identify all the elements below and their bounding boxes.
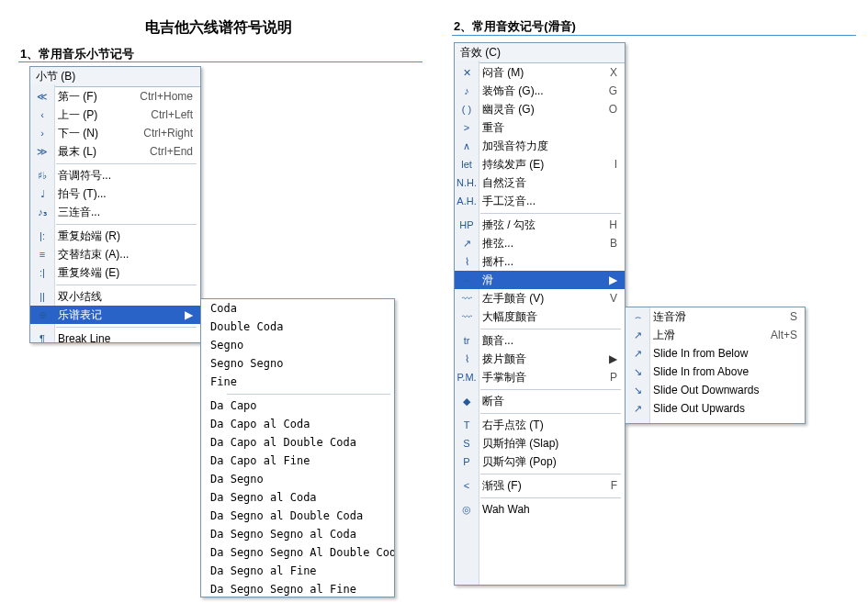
menu-item[interactable]: Segno xyxy=(201,336,394,354)
menu-item-label: 大幅度颤音 xyxy=(482,309,617,325)
menu-item-label: 幽灵音 (G) xyxy=(482,102,598,117)
menu-item[interactable]: tr颤音... xyxy=(455,331,625,350)
menu-item[interactable]: :|重复终端 (E) xyxy=(30,263,200,282)
menu-item[interactable]: S贝斯拍弹 (Slap) xyxy=(455,434,625,452)
menu-item[interactable]: ≫最末 (L)Ctrl+End xyxy=(30,142,200,161)
menu-item[interactable]: ♩拍号 (T)... xyxy=(30,184,200,203)
section2-underline xyxy=(452,35,856,36)
menu-item[interactable]: |:重复始端 (R) xyxy=(30,227,200,245)
menu-fx-title[interactable]: 音效 (C) xyxy=(455,43,625,63)
menu-item-label: 滑 xyxy=(482,273,602,288)
menu-item[interactable]: ◆断音 xyxy=(455,392,625,410)
menu-item[interactable]: ||双小结线 xyxy=(30,287,200,306)
submenu-slide[interactable]: ⌢连音滑S↗上滑Alt+S↗Slide In from Below↘Slide … xyxy=(625,307,806,424)
menu-item[interactable]: ≡交替结束 (A)... xyxy=(30,245,200,263)
menu-item-label: 贝斯拍弹 (Slap) xyxy=(482,436,617,452)
menu-item[interactable]: ¶Break Line xyxy=(30,329,200,343)
menu-item-label: 重复始端 (R) xyxy=(58,229,193,244)
menu-item-icon: ≫ xyxy=(34,144,51,159)
menu-item[interactable]: Da Segno al Fine xyxy=(201,562,394,580)
section1-underline xyxy=(18,61,423,62)
menu-fx[interactable]: 音效 (C) ✕闷音 (M)X♪装饰音 (G)...G( )幽灵音 (G)O>重… xyxy=(454,42,626,586)
menu-item-label: Da Capo al Double Coda xyxy=(210,436,387,449)
menu-item-shortcut: Ctrl+Right xyxy=(132,127,193,140)
menu-item-icon: let xyxy=(458,157,475,172)
menu-item-label: 自然泛音 xyxy=(482,175,617,191)
menu-item[interactable]: ✕闷音 (M)X xyxy=(455,63,625,82)
menu-item-shortcut: S xyxy=(779,310,797,323)
menu-item[interactable]: ♪装饰音 (G)...G xyxy=(455,82,625,100)
menu-item-shortcut: G xyxy=(598,84,617,97)
menu-item[interactable]: P贝斯勾弹 (Pop) xyxy=(455,452,625,471)
menu-item[interactable]: Da Capo al Double Coda xyxy=(201,433,394,452)
menu-bar-title[interactable]: 小节 (B) xyxy=(30,67,200,87)
menu-item[interactable]: ↗推弦...B xyxy=(455,234,625,252)
menu-item-icon: ♪₃ xyxy=(34,205,51,219)
menu-item[interactable]: A.H.手工泛音... xyxy=(455,192,625,210)
menu-item[interactable]: ◎Wah Wah xyxy=(455,500,625,519)
menu-item[interactable]: ›下一 (N)Ctrl+Right xyxy=(30,124,200,142)
menu-item-label: 闷音 (M) xyxy=(482,65,599,81)
submenu-score[interactable]: CodaDouble CodaSegnoSegno SegnoFineDa Ca… xyxy=(200,298,395,597)
menu-item[interactable]: ♯♭音调符号... xyxy=(30,166,200,184)
menu-item[interactable]: Fine xyxy=(201,373,394,391)
menu-item-shortcut: V xyxy=(599,292,617,305)
menu-item[interactable]: 〰大幅度颤音 xyxy=(455,307,625,326)
menu-item[interactable]: ↗Slide In from Below xyxy=(626,344,805,363)
menu-item[interactable]: ↘Slide In from Above xyxy=(626,363,805,381)
menu-item-shortcut: Ctrl+Left xyxy=(140,108,193,121)
menu-item[interactable]: HP捶弦 / 勾弦H xyxy=(455,216,625,234)
menu-item[interactable]: Coda xyxy=(201,299,394,318)
menu-item[interactable]: Da Segno Segno Al Double Coda xyxy=(201,543,394,562)
menu-item[interactable]: Da Segno Segno al Fine xyxy=(201,580,394,597)
menu-item[interactable]: ⌇拨片颤音▶ xyxy=(455,350,625,368)
menu-item-icon: ⌇ xyxy=(458,352,475,366)
menu-item[interactable]: <渐强 (F)F xyxy=(455,476,625,495)
menu-item[interactable]: Da Segno xyxy=(201,470,394,488)
menu-item[interactable]: ∧加强音符力度 xyxy=(455,137,625,155)
menu-item-icon: |: xyxy=(34,229,51,243)
menu-item[interactable]: P.M.手掌制音P xyxy=(455,368,625,386)
menu-item[interactable]: ‹上一 (P)Ctrl+Left xyxy=(30,106,200,124)
menu-item[interactable]: ↘Slide Out Downwards xyxy=(626,381,805,399)
menu-item-icon: :| xyxy=(34,265,51,280)
menu-item-icon: ∧ xyxy=(458,139,475,153)
menu-item-icon: ♩ xyxy=(34,186,51,201)
menu-item[interactable]: ⌢连音滑S xyxy=(626,307,805,326)
menu-item[interactable]: ≪第一 (F)Ctrl+Home xyxy=(30,87,200,106)
menu-item-icon: ↗ xyxy=(629,328,646,342)
menu-item[interactable]: T右手点弦 (T) xyxy=(455,416,625,434)
menu-item[interactable]: Da Segno Segno al Coda xyxy=(201,525,394,543)
section2-heading: 2、常用音效记号(滑音) xyxy=(454,18,576,35)
menu-item-label: Da Segno Segno al Fine xyxy=(210,583,387,596)
menu-item[interactable]: Segno Segno xyxy=(201,354,394,373)
menu-item[interactable]: Da Capo xyxy=(201,396,394,415)
menu-item-label: 上一 (P) xyxy=(58,107,140,123)
menu-item-label: Wah Wah xyxy=(482,503,617,516)
menu-item[interactable]: N.H.自然泛音 xyxy=(455,173,625,192)
menu-item[interactable]: ( )幽灵音 (G)O xyxy=(455,100,625,118)
menu-item[interactable]: ↗Slide Out Upwards xyxy=(626,399,805,418)
menu-item[interactable]: ♪₃三连音... xyxy=(30,203,200,221)
menu-item[interactable]: ⌢滑▶ xyxy=(455,271,625,289)
menu-bar[interactable]: 小节 (B) ≪第一 (F)Ctrl+Home‹上一 (P)Ctrl+Left›… xyxy=(29,66,201,343)
menu-item[interactable]: ⊕乐谱表记▶ xyxy=(30,306,200,324)
menu-item[interactable]: Da Segno al Coda xyxy=(201,488,394,507)
menu-item[interactable]: Da Segno al Double Coda xyxy=(201,507,394,525)
menu-item-label: 拍号 (T)... xyxy=(58,186,193,202)
menu-item[interactable]: Da Capo al Fine xyxy=(201,452,394,470)
menu-item-label: 右手点弦 (T) xyxy=(482,418,617,433)
menu-item[interactable]: Da Capo al Coda xyxy=(201,415,394,433)
menu-item[interactable]: ↗上滑Alt+S xyxy=(626,326,805,344)
menu-item-icon: ⌢ xyxy=(629,309,646,324)
menu-item-label: 加强音符力度 xyxy=(482,139,617,154)
menu-item-label: 颤音... xyxy=(482,333,617,349)
menu-item[interactable]: let持续发声 (E)I xyxy=(455,155,625,173)
menu-item[interactable]: ⌇摇杆... xyxy=(455,252,625,271)
menu-item[interactable]: Double Coda xyxy=(201,318,394,336)
menu-item[interactable]: >重音 xyxy=(455,118,625,137)
menu-item[interactable]: 〰左手颤音 (V)V xyxy=(455,289,625,307)
menu-item-label: Coda xyxy=(210,302,387,315)
menu-item-icon: ↗ xyxy=(629,346,646,361)
menu-item-icon: < xyxy=(458,478,475,493)
